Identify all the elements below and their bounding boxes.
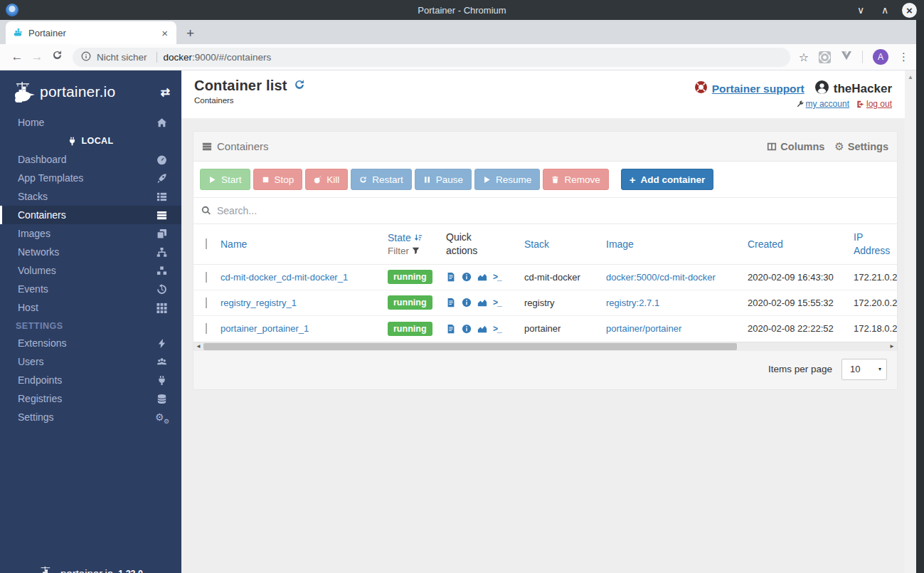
remove-button[interactable]: Remove bbox=[543, 169, 608, 190]
restart-icon bbox=[359, 176, 367, 184]
url-bar[interactable]: Nicht sicher docker:9000/#/containers bbox=[73, 48, 790, 67]
row-checkbox[interactable] bbox=[206, 298, 207, 308]
scroll-right-icon[interactable]: ► bbox=[887, 342, 897, 351]
sidebar-item-host[interactable]: Host bbox=[0, 298, 181, 317]
profile-avatar[interactable]: A bbox=[873, 49, 888, 65]
scroll-left-icon[interactable]: ◄ bbox=[193, 342, 203, 351]
row-checkbox[interactable] bbox=[206, 323, 207, 334]
window-maximize-icon[interactable]: ∧ bbox=[878, 4, 892, 16]
image-link[interactable]: portainer/portainer bbox=[606, 323, 681, 334]
start-button[interactable]: Start bbox=[200, 169, 250, 190]
console-icon[interactable]: >_ bbox=[493, 324, 501, 334]
column-header-state[interactable]: State bbox=[388, 232, 411, 243]
horizontal-scrollbar[interactable]: ◄ ► bbox=[193, 342, 897, 351]
site-info-icon[interactable] bbox=[81, 51, 91, 63]
portainer-support-link[interactable]: Portainer support bbox=[712, 83, 804, 95]
filter-label[interactable]: Filter bbox=[388, 246, 409, 256]
security-status[interactable]: Nicht sicher bbox=[97, 52, 147, 63]
sidebar-item-volumes[interactable]: Volumes bbox=[0, 261, 181, 280]
column-header-created[interactable]: Created bbox=[748, 238, 783, 250]
pause-icon bbox=[423, 176, 431, 184]
extension-icon[interactable] bbox=[819, 51, 831, 63]
sidebar-item-dashboard[interactable]: Dashboard bbox=[0, 150, 181, 169]
row-checkbox[interactable] bbox=[206, 272, 207, 283]
pause-button[interactable]: Pause bbox=[415, 169, 472, 190]
sidebar-item-registries[interactable]: Registries bbox=[0, 389, 181, 408]
window-minimize-icon[interactable]: ∨ bbox=[854, 4, 868, 16]
browser-tab[interactable]: Portainer × bbox=[6, 21, 176, 44]
reload-icon[interactable] bbox=[47, 50, 67, 64]
new-tab-button[interactable]: + bbox=[176, 26, 204, 44]
breadcrumb: Containers bbox=[194, 96, 305, 105]
table-settings-button[interactable]: ⚙ Settings bbox=[834, 140, 888, 153]
log-out-link[interactable]: log out bbox=[856, 99, 892, 109]
horizontal-scrollbar-thumb[interactable] bbox=[203, 343, 737, 350]
filter-funnel-icon[interactable] bbox=[412, 247, 420, 255]
vertical-scrollbar[interactable]: ▲ ▼ bbox=[905, 70, 916, 573]
portainer-favicon-icon bbox=[13, 28, 23, 38]
sidebar-item-settings[interactable]: Settings ⚙⚙ bbox=[0, 408, 181, 426]
stack-cell: portainer bbox=[519, 323, 600, 334]
widget-title: Containers bbox=[217, 140, 269, 152]
logs-icon[interactable] bbox=[446, 298, 456, 307]
container-name-link[interactable]: portainer_portainer_1 bbox=[221, 323, 309, 334]
footer-version: 1.23.0 bbox=[118, 569, 143, 573]
sidebar-item-extensions[interactable]: Extensions bbox=[0, 334, 181, 352]
logs-icon[interactable] bbox=[446, 272, 456, 282]
sidebar-item-app-templates[interactable]: App Templates bbox=[0, 169, 181, 187]
resume-button[interactable]: Resume bbox=[474, 169, 540, 190]
items-per-page-select[interactable]: 10 ▾ bbox=[841, 359, 887, 380]
sidebar-item-networks[interactable]: Networks bbox=[0, 243, 181, 261]
scroll-up-icon[interactable]: ▲ bbox=[905, 74, 916, 80]
stats-icon[interactable] bbox=[477, 272, 487, 282]
back-icon[interactable]: ← bbox=[7, 50, 27, 64]
stop-button[interactable]: Stop bbox=[253, 169, 303, 190]
columns-button[interactable]: Columns bbox=[767, 141, 824, 152]
users-icon bbox=[156, 357, 167, 367]
created-cell: 2020-02-08 22:22:52 bbox=[742, 323, 851, 334]
console-icon[interactable]: >_ bbox=[493, 272, 501, 282]
stats-icon[interactable] bbox=[477, 298, 487, 307]
restart-button[interactable]: Restart bbox=[351, 169, 412, 190]
select-all-checkbox[interactable] bbox=[206, 238, 207, 249]
search-input[interactable] bbox=[217, 205, 889, 216]
bookmark-star-icon[interactable]: ☆ bbox=[799, 51, 809, 64]
sidebar-item-endpoints[interactable]: Endpoints bbox=[0, 371, 181, 389]
logs-icon[interactable] bbox=[446, 324, 456, 334]
image-link[interactable]: registry:2.7.1 bbox=[606, 298, 659, 308]
container-name-link[interactable]: registry_registry_1 bbox=[221, 298, 297, 308]
sidebar: portainer.io ⇄ Home LOCAL Dashboard App … bbox=[0, 70, 181, 573]
sidebar-item-events[interactable]: Events bbox=[0, 280, 181, 298]
plug-icon bbox=[156, 375, 167, 386]
column-header-stack[interactable]: Stack bbox=[524, 238, 549, 250]
sidebar-item-containers[interactable]: Containers bbox=[0, 206, 181, 224]
container-name-link[interactable]: cd-mit-docker_cd-mit-docker_1 bbox=[221, 272, 348, 283]
column-header-image[interactable]: Image bbox=[606, 238, 634, 250]
inspect-icon[interactable] bbox=[462, 298, 472, 307]
add-container-button[interactable]: + Add container bbox=[621, 169, 714, 190]
sign-out-icon bbox=[856, 100, 864, 108]
kill-button[interactable]: Kill bbox=[305, 169, 348, 190]
state-badge: running bbox=[388, 322, 432, 336]
sidebar-item-users[interactable]: Users bbox=[0, 352, 181, 371]
inspect-icon[interactable] bbox=[462, 272, 472, 282]
sidebar-item-images[interactable]: Images bbox=[0, 224, 181, 243]
inspect-icon[interactable] bbox=[462, 324, 472, 334]
tab-close-icon[interactable]: × bbox=[159, 27, 171, 39]
vue-devtools-icon[interactable] bbox=[841, 51, 852, 63]
stats-icon[interactable] bbox=[477, 324, 487, 334]
browser-menu-icon[interactable]: ⋮ bbox=[898, 51, 909, 63]
console-icon[interactable]: >_ bbox=[493, 298, 501, 307]
column-header-ip[interactable]: IP Address bbox=[854, 245, 897, 256]
window-close-icon[interactable]: × bbox=[902, 3, 917, 18]
refresh-icon[interactable] bbox=[294, 79, 305, 93]
server-icon bbox=[202, 142, 212, 152]
collapse-sidebar-icon[interactable]: ⇄ bbox=[161, 85, 170, 99]
sidebar-item-stacks[interactable]: Stacks bbox=[0, 187, 181, 206]
my-account-link[interactable]: my account bbox=[796, 99, 849, 109]
sidebar-item-home[interactable]: Home bbox=[0, 113, 181, 132]
gear-icon: ⚙ bbox=[834, 140, 844, 153]
table-header-row: Name State Filter Quick actions Stack Im… bbox=[193, 224, 897, 265]
image-link[interactable]: docker:5000/cd-mit-docker bbox=[606, 272, 716, 283]
column-header-name[interactable]: Name bbox=[221, 238, 247, 250]
